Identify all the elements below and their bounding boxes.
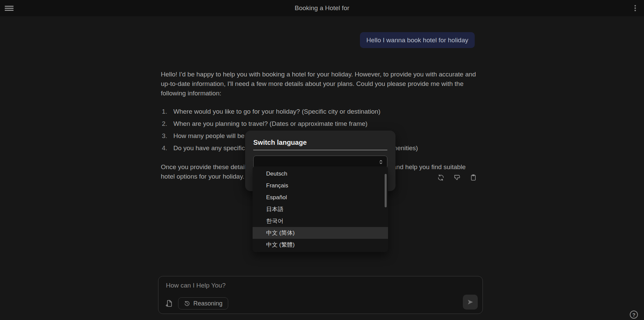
reasoning-label: Reasoning — [193, 300, 222, 307]
refresh-icon — [437, 174, 445, 181]
regenerate-button[interactable] — [437, 174, 445, 182]
send-button[interactable] — [463, 295, 478, 310]
file-plus-icon — [165, 299, 173, 307]
dialog-divider — [253, 150, 387, 150]
topbar: Booking a Hotel for — [0, 0, 644, 16]
list-item: 1. Where would you like to go for your h… — [162, 107, 478, 116]
language-option[interactable]: 日本語 — [253, 203, 388, 215]
message-actions — [437, 174, 477, 182]
list-item: 2. When are you planning to travel? (Dat… — [162, 119, 478, 129]
send-icon — [467, 298, 474, 306]
clipboard-icon — [470, 174, 477, 181]
composer-tools: Reasoning — [165, 297, 228, 310]
dialog-title: Switch language — [253, 139, 387, 146]
language-option[interactable]: 中文 (繁體) — [253, 239, 388, 251]
page-title: Booking a Hotel for — [0, 0, 644, 16]
copy-button[interactable] — [469, 174, 477, 182]
dropdown-scrollbar[interactable] — [385, 174, 387, 207]
kebab-menu-button[interactable] — [632, 4, 639, 13]
message-input[interactable] — [165, 281, 465, 297]
language-option[interactable]: 中文 (简体) — [253, 227, 388, 239]
reasoning-button[interactable]: Reasoning — [178, 297, 228, 310]
question-mark-icon: ? — [632, 312, 635, 318]
kebab-icon — [635, 5, 636, 6]
language-option[interactable]: Français — [253, 180, 388, 191]
composer: Reasoning — [158, 276, 483, 314]
chevron-up-down-icon — [378, 159, 384, 165]
language-dropdown: Deutsch Français Español 日本語 한국어 中文 (简体)… — [253, 166, 388, 252]
thumbs-down-icon — [453, 174, 461, 181]
language-option[interactable]: Deutsch — [253, 168, 388, 180]
language-option[interactable]: 한국어 — [253, 215, 388, 227]
help-button[interactable]: ? — [630, 311, 638, 319]
assistant-intro: Hello! I'd be happy to help you with boo… — [161, 70, 478, 98]
language-option[interactable]: Español — [253, 191, 388, 203]
user-message-bubble: Hello I wanna book hotel for holiday — [360, 32, 475, 48]
thumbs-down-button[interactable] — [453, 174, 461, 182]
attach-file-button[interactable] — [165, 299, 174, 308]
history-clock-icon — [184, 300, 190, 307]
